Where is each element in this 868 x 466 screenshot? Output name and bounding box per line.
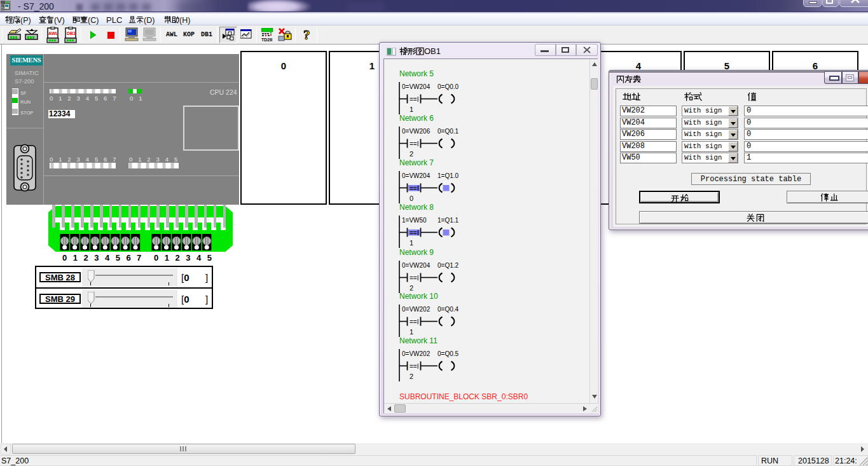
svg-text:0=VW206: 0=VW206 [402,128,431,135]
svg-text:Network 8: Network 8 [399,203,434,212]
svg-text:AWL: AWL [48,31,59,36]
svg-text:TD2II: TD2II [261,38,272,42]
svg-text:?: ? [303,27,310,43]
svg-text:2: 2 [410,284,413,292]
svg-text:Network 10: Network 10 [399,292,438,301]
svg-text:Network 7: Network 7 [399,158,434,167]
svg-text:Network 11: Network 11 [399,336,437,345]
svg-text:1=Q1.1: 1=Q1.1 [437,217,459,224]
svg-text:2: 2 [410,373,413,380]
svg-text:0=VW204: 0=VW204 [402,262,431,269]
svg-text:0=Q0.4: 0=Q0.4 [437,306,459,313]
svg-text:==: == [410,185,417,192]
svg-text:0=Q0.5: 0=Q0.5 [437,350,459,357]
svg-text:==I: ==I [410,275,418,282]
svg-text:==I: ==I [410,363,418,370]
svg-text:0=VW202: 0=VW202 [402,306,431,313]
svg-text:SUBROUTINE_BLOCK SBR_0:SBR0: SUBROUTINE_BLOCK SBR_0:SBR0 [399,392,528,401]
svg-text:0: 0 [410,195,413,202]
svg-text:0=Q0.0: 0=Q0.0 [437,83,459,90]
svg-text:Network 5: Network 5 [399,69,434,78]
svg-text:1=VW50: 1=VW50 [402,217,427,224]
svg-text:0=VW204: 0=VW204 [402,83,431,90]
svg-text:0=Q0.1: 0=Q0.1 [437,128,459,135]
svg-text:==I: ==I [410,96,418,103]
svg-text:2: 2 [410,150,413,158]
svg-text:==I: ==I [410,140,418,147]
svg-text:0=VW202: 0=VW202 [402,350,431,357]
svg-text:1: 1 [410,106,413,113]
svg-text:1: 1 [410,239,413,247]
svg-text:Network 9: Network 9 [399,248,434,257]
svg-text:0=Q1.2: 0=Q1.2 [437,262,459,269]
svg-text:Network 6: Network 6 [399,114,434,123]
svg-text:1: 1 [410,328,413,336]
svg-text:1=Q1.0: 1=Q1.0 [437,172,459,179]
svg-text:==: == [410,230,417,236]
svg-text:0=VW204: 0=VW204 [402,172,431,179]
svg-text:==I: ==I [410,319,418,326]
svg-text:DB1: DB1 [67,31,76,36]
